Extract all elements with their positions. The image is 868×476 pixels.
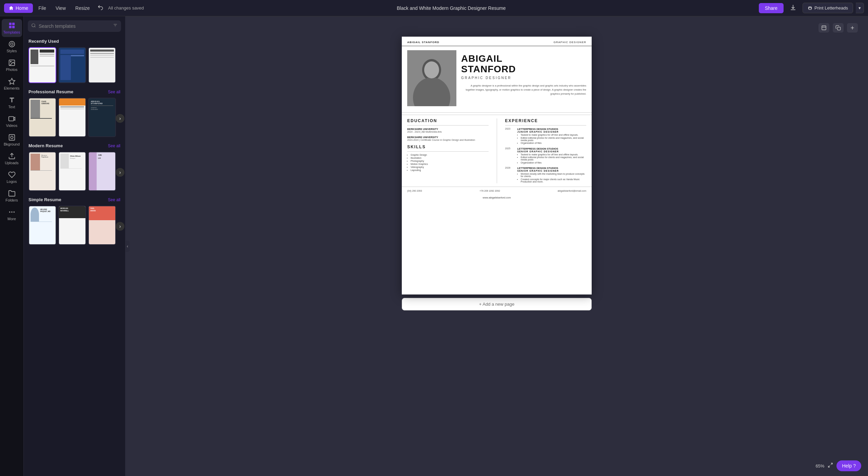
- simple-template-3[interactable]: YAEL AMARI: [88, 206, 116, 245]
- professional-scroll-next[interactable]: ›: [116, 114, 124, 123]
- education-heading: EDUCATION: [407, 118, 489, 123]
- modern-template-1[interactable]: Marianna Papathana: [28, 152, 56, 191]
- print-caret-button[interactable]: ▾: [856, 3, 864, 13]
- sidebar-item-elements[interactable]: Elements: [2, 75, 22, 93]
- svg-line-31: [828, 465, 830, 467]
- resume-name-header: ABIGAIL STANFORD GRAPHIC DESIGNER: [402, 37, 592, 46]
- print-button[interactable]: Print Letterheads: [803, 3, 853, 13]
- experience-heading: EXPERIENCE: [505, 118, 587, 123]
- file-menu[interactable]: File: [34, 3, 50, 13]
- templates-panel: Recently Used: [24, 16, 125, 476]
- exp-entry-3: 2028 LETTERPRESS DESIGN STUDIOS SENIOR G…: [505, 167, 587, 183]
- share-button[interactable]: Share: [759, 3, 784, 13]
- svg-rect-21: [822, 26, 826, 30]
- professional-scroll: CHAD GIBBONS ABIGAIL STANFORD GRAPHIC: [24, 96, 125, 140]
- sidebar-item-folders[interactable]: Folders: [2, 187, 22, 205]
- pro-template-3[interactable]: ABIGAIL STANFORD GRAPHIC DESIGNER: [88, 98, 116, 137]
- sidebar-item-more[interactable]: More: [2, 206, 22, 224]
- simple-template-1[interactable]: HELENE PAQUET, MD: [28, 206, 56, 245]
- sidebar-item-videos[interactable]: Videos: [2, 112, 22, 130]
- skill-1: Graphic Design: [411, 154, 489, 156]
- resume-big-title: GRAPHIC DESIGNER: [461, 76, 586, 80]
- modern-header: Modern Resume See all: [24, 140, 125, 150]
- download-button[interactable]: [786, 2, 800, 14]
- modern-scroll: Marianna Papathana Olivia Wilson Designe…: [24, 150, 125, 194]
- resume-right: EXPERIENCE 2023 LETTERPRESS DESIGN STUDI…: [505, 118, 587, 183]
- sidebar-item-styles[interactable]: Styles: [2, 38, 22, 56]
- search-bar: [28, 20, 121, 32]
- svg-point-15: [13, 211, 15, 213]
- simple-scroll: HELENE PAQUET, MD MORGAN MAXWELL YAEL AM…: [24, 204, 125, 248]
- sidebar-item-background[interactable]: Bkground: [2, 131, 22, 149]
- skills-list: Graphic Design Illustration Photography …: [407, 154, 489, 171]
- saved-status: All changes saved: [108, 5, 144, 11]
- pro-template-2[interactable]: [58, 98, 86, 137]
- svg-point-5: [11, 43, 13, 45]
- svg-rect-1: [9, 23, 11, 25]
- main-layout: Templates Styles Photos Elements Text Vi…: [0, 16, 868, 476]
- sidebar-item-uploads[interactable]: Uploads: [2, 150, 22, 168]
- simple-see-all[interactable]: See all: [108, 197, 120, 202]
- svg-point-14: [11, 211, 13, 213]
- bottom-controls: 65% Help ?: [815, 460, 861, 471]
- collapse-panel-button[interactable]: ‹: [125, 241, 130, 252]
- edu-entry-1: BERKSHIRE UNIVERSITY 2019 - 2023 | AB Mu…: [407, 128, 489, 133]
- resize-menu[interactable]: Resize: [71, 3, 94, 13]
- resume-intro: ABIGAIL STANFORD GRAPHIC DESIGNER A grap…: [456, 50, 586, 106]
- template-thumb-recent-1[interactable]: [28, 47, 56, 83]
- skill-4: Motion Graphics: [411, 163, 489, 165]
- sidebar-item-text[interactable]: Text: [2, 94, 22, 112]
- canvas-page-icon[interactable]: [818, 23, 829, 33]
- modern-template-3[interactable]: AME LIA: [88, 152, 116, 191]
- pro-template-1[interactable]: CHAD GIBBONS: [28, 98, 56, 137]
- modern-see-all[interactable]: See all: [108, 144, 120, 148]
- svg-rect-0: [809, 7, 811, 9]
- svg-point-11: [11, 136, 13, 138]
- svg-point-16: [32, 24, 35, 27]
- add-page-button[interactable]: + Add a new page: [402, 298, 592, 310]
- resume-footer-url: www.abigailstanford.com: [402, 195, 592, 201]
- undo-button[interactable]: [95, 2, 105, 14]
- exp-entry-2: 2025 LETTERPRESS DESIGN STUDIOS SENIOR G…: [505, 147, 587, 165]
- sidebar-item-logos[interactable]: Logos: [2, 168, 22, 186]
- search-input[interactable]: [39, 23, 110, 29]
- svg-rect-10: [9, 135, 15, 140]
- sidebar-item-photos[interactable]: Photos: [2, 56, 22, 74]
- resume-left: EDUCATION BERKSHIRE UNIVERSITY 2019 - 20…: [407, 118, 489, 183]
- template-thumb-recent-2[interactable]: [58, 47, 86, 83]
- document-title: Black and White Modern Graphic Designer …: [145, 5, 757, 11]
- simple-title: Simple Resume: [28, 197, 61, 202]
- resume-photo: [407, 50, 456, 106]
- zoom-expand-button[interactable]: [828, 462, 833, 469]
- edu-entry-2: BERKSHIRE UNIVERSITY 2023-2024 | Certifi…: [407, 136, 489, 141]
- home-button[interactable]: Home: [4, 3, 33, 13]
- exp-entry-1: 2023 LETTERPRESS DESIGN STUDIOS JUNIOR G…: [505, 128, 587, 145]
- filter-icon[interactable]: [113, 23, 118, 29]
- skill-2: Illustration: [411, 157, 489, 159]
- svg-point-29: [424, 61, 439, 78]
- icon-sidebar: Templates Styles Photos Elements Text Vi…: [0, 16, 24, 476]
- search-icon: [31, 23, 36, 29]
- professional-see-all[interactable]: See all: [108, 90, 120, 94]
- skills-heading: SKILLS: [407, 145, 489, 149]
- canvas-copy-button[interactable]: [833, 23, 844, 33]
- modern-title: Modern Resume: [28, 143, 63, 148]
- svg-rect-3: [9, 26, 11, 28]
- resume-bio: A graphic designer is a professional wit…: [461, 84, 586, 96]
- help-button[interactable]: Help ?: [836, 460, 861, 471]
- modern-template-2[interactable]: Olivia Wilson Designer: [58, 152, 86, 191]
- recently-used-title: Recently Used: [28, 39, 59, 44]
- modern-scroll-next[interactable]: ›: [116, 168, 124, 177]
- canvas-add-button[interactable]: [847, 23, 858, 33]
- sidebar-item-templates[interactable]: Templates: [2, 19, 22, 37]
- simple-header: Simple Resume See all: [24, 194, 125, 204]
- svg-rect-23: [837, 27, 841, 30]
- recently-used-header: Recently Used: [24, 36, 125, 46]
- svg-line-17: [35, 26, 36, 27]
- svg-rect-2: [12, 23, 14, 25]
- professional-title: Professional Resume: [28, 89, 73, 94]
- view-menu[interactable]: View: [52, 3, 70, 13]
- simple-scroll-next[interactable]: ›: [116, 222, 124, 231]
- simple-template-2[interactable]: MORGAN MAXWELL: [58, 206, 86, 245]
- template-thumb-recent-3[interactable]: [88, 47, 116, 83]
